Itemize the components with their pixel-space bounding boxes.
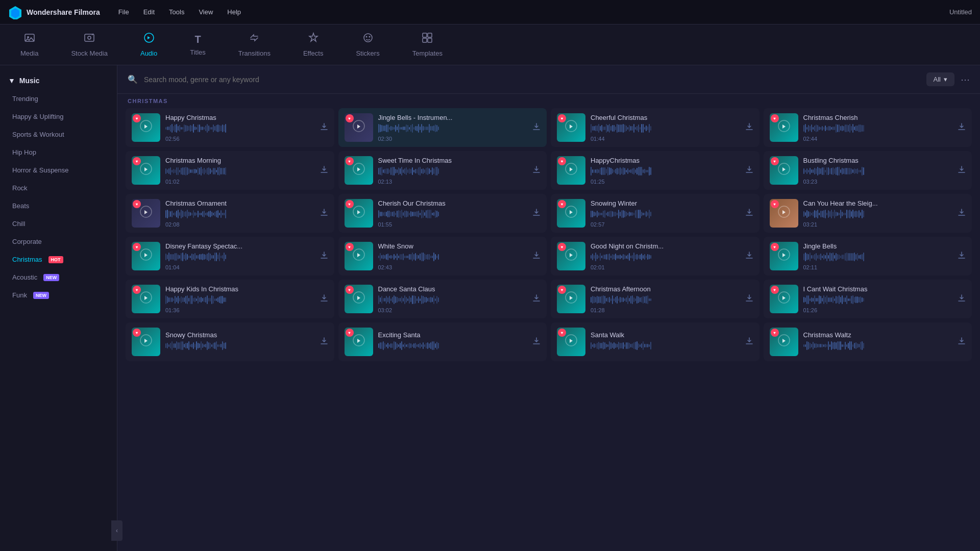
download-button-6[interactable] xyxy=(532,165,541,176)
download-button-17[interactable] xyxy=(320,294,328,304)
menu-file[interactable]: File xyxy=(112,6,135,18)
music-card-17[interactable]: ♥Happy Kids In Christmas01:36 xyxy=(126,280,334,318)
music-card-23[interactable]: ♥Santa Walk xyxy=(551,322,760,361)
toolbar-transitions[interactable]: Transitions xyxy=(230,28,279,61)
sidebar-item-acoustic[interactable]: Acoustic NEW xyxy=(0,268,117,286)
music-card-8[interactable]: ♥Bustling Christmas03:23 xyxy=(764,151,972,190)
menu-help[interactable]: Help xyxy=(221,6,247,18)
download-button-7[interactable] xyxy=(745,165,753,176)
download-button-5[interactable] xyxy=(320,165,328,176)
music-card-14[interactable]: ♥White Snow02:43 xyxy=(338,237,547,276)
svg-point-5 xyxy=(88,36,91,39)
music-card-5[interactable]: ♥Christmas Morning01:02 xyxy=(126,151,334,190)
download-button-2[interactable] xyxy=(532,122,541,133)
download-button-12[interactable] xyxy=(958,208,966,218)
download-button-18[interactable] xyxy=(532,294,541,304)
music-card-16[interactable]: ♥Jingle Bells02:11 xyxy=(764,237,972,276)
sidebar-item-hiphop[interactable]: Hip Hop xyxy=(0,143,117,161)
music-card-10[interactable]: ♥Cherish Our Christmas01:55 xyxy=(338,194,547,233)
music-thumbnail-11: ♥ xyxy=(557,199,585,228)
sidebar-item-beats[interactable]: Beats xyxy=(0,197,117,215)
toolbar-media[interactable]: Media xyxy=(12,28,46,61)
main-area: ▼ Music Trending Happy & Uplifting Sport… xyxy=(0,65,980,551)
music-duration-5: 01:02 xyxy=(165,179,315,185)
toolbar-stickers[interactable]: Stickers xyxy=(348,28,387,61)
music-card-2[interactable]: ♥Jingle Bells - Instrumen...02:30 xyxy=(338,108,547,147)
toolbar-effects[interactable]: Effects xyxy=(295,28,332,61)
music-card-15[interactable]: ♥Good Night on Christm...02:01 xyxy=(551,237,760,276)
sidebar-item-happy[interactable]: Happy & Uplifting xyxy=(0,108,117,126)
download-button-9[interactable] xyxy=(320,208,328,218)
music-card-12[interactable]: ♥Can You Hear the Sleig...03:21 xyxy=(764,194,972,233)
titlebar: Wondershare Filmora File Edit Tools View… xyxy=(0,0,980,24)
music-card-21[interactable]: ♥Snowy Christmas xyxy=(126,322,334,361)
music-info-23: Santa Walk xyxy=(591,331,740,353)
music-card-19[interactable]: ♥Christmas Afternoon01:28 xyxy=(551,280,760,318)
sidebar-item-corporate[interactable]: Corporate xyxy=(0,233,117,251)
music-card-13[interactable]: ♥Disney Fantasy Spectac...01:04 xyxy=(126,237,334,276)
download-button-3[interactable] xyxy=(745,122,753,133)
music-title-15: Good Night on Christm... xyxy=(591,242,740,250)
download-button-24[interactable] xyxy=(958,337,966,347)
music-note-icon-5 xyxy=(139,162,153,179)
music-card-11[interactable]: ♥Snowing Winter02:57 xyxy=(551,194,760,233)
sidebar-collapse-button[interactable]: ‹ xyxy=(111,520,117,541)
music-card-4[interactable]: ♥Christmas Cherish02:44 xyxy=(764,108,972,147)
sidebar-music-header[interactable]: ▼ Music xyxy=(0,71,117,90)
sidebar-item-horror[interactable]: Horror & Suspense xyxy=(0,161,117,179)
music-card-18[interactable]: ♥Dance Santa Claus03:02 xyxy=(338,280,547,318)
music-info-7: HappyChristmas01:25 xyxy=(591,157,740,185)
toolbar-stock-media[interactable]: Stock Media xyxy=(63,28,116,61)
sidebar-item-christmas[interactable]: Christmas HOT xyxy=(0,251,117,268)
app-logo-icon xyxy=(8,5,22,19)
download-button-13[interactable] xyxy=(320,251,328,261)
music-card-7[interactable]: ♥HappyChristmas01:25 xyxy=(551,151,760,190)
download-button-10[interactable] xyxy=(532,208,541,218)
music-card-9[interactable]: ♥Christmas Ornament02:08 xyxy=(126,194,334,233)
download-button-8[interactable] xyxy=(958,165,966,176)
music-card-20[interactable]: ♥I Cant Wait Christmas01:26 xyxy=(764,280,972,318)
heart-badge-10: ♥ xyxy=(346,200,354,208)
music-thumbnail-24: ♥ xyxy=(770,328,798,356)
sidebar-item-chill[interactable]: Chill xyxy=(0,215,117,233)
download-button-4[interactable] xyxy=(958,122,966,133)
toolbar: Media Stock Media Audio T Titles Transit… xyxy=(0,24,980,65)
music-title-1: Happy Christmas xyxy=(165,114,315,121)
music-note-icon-18 xyxy=(352,291,365,307)
search-input[interactable] xyxy=(144,76,920,84)
download-button-14[interactable] xyxy=(532,251,541,261)
download-button-1[interactable] xyxy=(320,122,328,133)
heart-badge-13: ♥ xyxy=(133,243,141,251)
download-button-11[interactable] xyxy=(745,208,753,218)
download-button-21[interactable] xyxy=(320,337,328,347)
menu-tools[interactable]: Tools xyxy=(163,6,190,18)
music-card-24[interactable]: ♥Christmas Waltz xyxy=(764,322,972,361)
music-info-24: Christmas Waltz xyxy=(803,331,953,353)
download-button-22[interactable] xyxy=(532,337,541,347)
download-button-23[interactable] xyxy=(745,337,753,347)
menu-view[interactable]: View xyxy=(192,6,219,18)
filter-all-button[interactable]: All ▾ xyxy=(926,72,954,86)
heart-badge-12: ♥ xyxy=(771,200,779,208)
download-button-19[interactable] xyxy=(745,294,753,304)
sidebar-item-sports[interactable]: Sports & Workout xyxy=(0,126,117,143)
more-options-button[interactable]: ⋯ xyxy=(961,74,970,85)
menu-edit[interactable]: Edit xyxy=(137,6,161,18)
download-button-15[interactable] xyxy=(745,251,753,261)
music-duration-10: 01:55 xyxy=(378,221,528,228)
sidebar-item-trending[interactable]: Trending xyxy=(0,90,117,108)
download-button-20[interactable] xyxy=(958,294,966,304)
music-card-6[interactable]: ♥Sweet Time In Christmas02:13 xyxy=(338,151,547,190)
sidebar-item-funk[interactable]: Funk NEW xyxy=(0,286,117,304)
music-card-1[interactable]: ♥Happy Christmas02:56 xyxy=(126,108,334,147)
music-duration-2: 02:30 xyxy=(378,136,528,142)
toolbar-titles[interactable]: T Titles xyxy=(182,30,214,60)
music-title-10: Cherish Our Christmas xyxy=(378,199,528,207)
toolbar-audio[interactable]: Audio xyxy=(132,28,165,61)
download-button-16[interactable] xyxy=(958,251,966,261)
sidebar-item-rock[interactable]: Rock xyxy=(0,179,117,197)
toolbar-templates[interactable]: Templates xyxy=(404,28,451,61)
music-card-3[interactable]: ♥Cheerful Christmas01:44 xyxy=(551,108,760,147)
music-card-22[interactable]: ♥Exciting Santa xyxy=(338,322,547,361)
music-duration-18: 03:02 xyxy=(378,307,528,313)
